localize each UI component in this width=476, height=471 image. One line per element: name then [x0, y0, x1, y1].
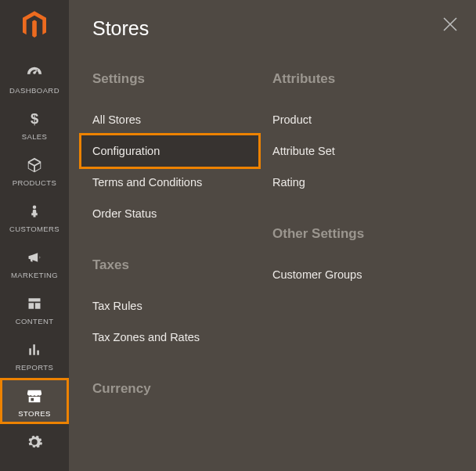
menu-item-order-status[interactable]: Order Status	[92, 198, 272, 229]
gear-icon	[23, 432, 45, 452]
sidebar-item-system[interactable]	[0, 424, 69, 455]
sidebar-item-label: PRODUCTS	[13, 178, 57, 187]
magento-logo-icon	[23, 11, 46, 39]
group-other-settings: Other Settings Customer Groups	[272, 226, 453, 290]
sidebar-item-label: DASHBOARD	[9, 86, 60, 95]
sidebar-item-products[interactable]: PRODUCTS	[0, 147, 69, 193]
menu-item-product[interactable]: Product	[272, 104, 453, 135]
group-attributes: Attributes Product Attribute Set Rating	[272, 71, 453, 198]
menu-item-tax-zones[interactable]: Tax Zones and Rates	[92, 322, 272, 353]
sidebar-item-stores[interactable]: STORES	[0, 378, 69, 424]
group-heading: Other Settings	[272, 226, 453, 242]
menu-item-configuration[interactable]: Configuration	[81, 135, 258, 167]
menu-item-all-stores[interactable]: All Stores	[92, 104, 272, 135]
group-currency: Currency	[92, 381, 272, 397]
menu-item-tax-rules[interactable]: Tax Rules	[92, 290, 272, 322]
group-heading: Attributes	[272, 71, 453, 87]
sidebar-item-label: CONTENT	[16, 317, 54, 325]
sidebar-item-label: SALES	[22, 132, 48, 141]
svg-point-1	[33, 206, 37, 210]
group-settings: Settings All Stores Configuration Terms …	[92, 71, 272, 229]
sidebar-item-customers[interactable]: CUSTOMERS	[0, 193, 69, 239]
layout-icon	[23, 293, 45, 314]
panel-col-right: Attributes Product Attribute Set Rating …	[272, 71, 453, 414]
group-heading: Currency	[92, 381, 272, 397]
person-icon	[23, 201, 45, 221]
dollar-icon: $	[23, 109, 45, 129]
sidebar-item-label: REPORTS	[16, 363, 54, 372]
group-heading: Taxes	[92, 257, 272, 273]
panel-col-left: Settings All Stores Configuration Terms …	[92, 71, 272, 414]
sidebar-item-reports[interactable]: REPORTS	[0, 332, 69, 378]
group-heading: Settings	[92, 71, 272, 87]
menu-item-rating[interactable]: Rating	[272, 167, 453, 198]
magento-logo	[19, 9, 50, 41]
sidebar-item-dashboard[interactable]: DASHBOARD	[0, 55, 69, 101]
panel-columns: Settings All Stores Configuration Terms …	[92, 71, 453, 414]
box-icon	[23, 155, 45, 175]
megaphone-icon	[23, 247, 45, 268]
main-sidebar: DASHBOARD $ SALES PRODUCTS CUSTOMERS MAR…	[0, 0, 69, 471]
menu-item-attribute-set[interactable]: Attribute Set	[272, 135, 453, 167]
sidebar-item-marketing[interactable]: MARKETING	[0, 239, 69, 286]
menu-item-terms[interactable]: Terms and Conditions	[92, 167, 272, 198]
panel-title: Stores	[92, 17, 453, 40]
menu-item-customer-groups[interactable]: Customer Groups	[272, 259, 453, 290]
close-button[interactable]	[442, 16, 459, 33]
svg-text:$: $	[31, 110, 38, 127]
sidebar-item-label: CUSTOMERS	[9, 225, 60, 233]
group-taxes: Taxes Tax Rules Tax Zones and Rates	[92, 257, 272, 353]
sidebar-item-label: MARKETING	[11, 271, 58, 279]
sidebar-item-label: STORES	[18, 409, 50, 418]
store-icon	[23, 386, 45, 406]
gauge-icon	[23, 63, 45, 83]
sidebar-item-content[interactable]: CONTENT	[0, 286, 69, 332]
sidebar-item-sales[interactable]: $ SALES	[0, 101, 69, 147]
stores-panel: Stores Settings All Stores Configuration…	[69, 0, 476, 471]
bar-chart-icon	[23, 340, 45, 360]
app-root: DASHBOARD $ SALES PRODUCTS CUSTOMERS MAR…	[0, 0, 476, 471]
close-icon	[442, 16, 459, 33]
